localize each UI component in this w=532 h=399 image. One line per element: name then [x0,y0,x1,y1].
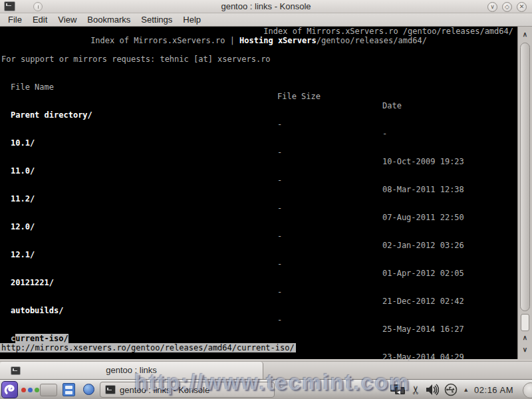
file-size: - [277,231,282,241]
table-row: 11.0/ - 08-Mar-2011 12:38 [0,157,517,166]
link-autobuilds[interactable]: autobuilds/ [11,306,63,315]
menu-help[interactable]: Help [178,14,206,25]
link-parent-directory[interactable]: Parent directory/ [11,110,92,120]
page-title-right: Index of Mirrors.xServers.ro /gentoo/rel… [0,27,517,36]
scroll-up-icon[interactable]: ∧ [518,29,532,40]
page-title-center: Index of Mirrors.xServers.ro | Hosting x… [0,36,517,45]
usb-device-notifier-icon[interactable] [444,383,458,396]
window-controls: ∨ ◇ ✕ [487,2,527,12]
menu-settings[interactable]: Settings [136,14,178,25]
menu-file[interactable]: File [3,14,27,25]
link-12.0[interactable]: 12.0/ [11,222,35,231]
menu-bar: File Edit View Bookmarks Settings Help [0,13,532,27]
link-current-iso[interactable]: current-iso/ [11,334,68,343]
desktop-screen: gentoo : links - Konsole ∨ ◇ ✕ File Edit… [0,0,532,399]
table-row: 10.1/ - 10-Oct-2009 19:23 [0,129,517,138]
page-title-prefix: Index of Mirrors.xServers.ro | [90,36,239,45]
file-size: - [277,176,282,185]
file-size: - [277,287,282,297]
window-titlebar[interactable]: gentoo : links - Konsole ∨ ◇ ✕ [0,0,532,13]
table-row: 12.1/ - 01-Apr-2012 02:05 [0,241,517,250]
taskbar: gentoo : links - Konsole ✂ ▲ 02:16 AM [0,379,532,399]
table-row: autobuilds/ - 25-May-2014 16:27 [0,297,517,306]
menu-view[interactable]: View [53,14,82,25]
tab-label: gentoo : links [0,362,263,379]
file-size: - [277,259,282,269]
file-size: - [277,203,282,213]
listing-header: File Name File Size Date [0,73,517,82]
terminal-view[interactable]: Index of Mirrors.xServers.ro /gentoo/rel… [0,27,517,359]
show-desktop-icon[interactable] [40,384,57,396]
file-listing: Parent directory/ - - 10.1/ - 10-Oct-200… [0,82,517,352]
konsole-tab-icon [11,366,21,375]
blue-dot-icon [28,388,33,392]
page-title-bold: Hosting xServers [239,36,317,45]
clock[interactable]: 02:16 AM [474,385,513,395]
green-dot-icon [35,388,39,392]
tab-bar: gentoo : links [0,361,532,379]
launcher-swoosh-icon [2,382,17,398]
table-row: 11.2/ - 07-Aug-2011 22:50 [0,185,517,194]
taskbar-task-konsole[interactable]: gentoo : links - Konsole [100,382,275,398]
scroll-down-icon[interactable]: ∨ [518,344,532,355]
task-button-label: gentoo : links - Konsole [120,382,209,398]
tray-expand-icon[interactable]: ▲ [463,386,469,393]
scroll-up-icon[interactable]: ∧ [518,332,532,343]
selected-link-text: urrent-iso/ [15,334,68,343]
link-12.1[interactable]: 12.1/ [11,250,35,259]
drawer-slot [65,386,72,389]
blue-ball-launcher-icon[interactable] [83,384,94,395]
table-row-selected: current-iso/ - 23-May-2014 04:29 [0,325,517,334]
link-11.0[interactable]: 11.0/ [11,166,35,176]
close-icon[interactable]: ✕ [517,2,527,12]
display-settings-icon[interactable] [390,384,406,396]
link-20121221[interactable]: 20121221/ [11,278,54,287]
file-size: - [277,120,282,129]
scrollbar[interactable]: ∧ ∧ ∨ [517,27,532,359]
tab-gentoo-links[interactable]: gentoo : links [0,362,263,380]
menu-edit[interactable]: Edit [27,14,53,25]
link-11.2[interactable]: 11.2/ [11,194,35,203]
window-title: gentoo : links - Konsole [0,0,532,13]
status-bar-url: http://mirrors.xservers.ro/gentoo/releas… [0,343,296,352]
page-title-suffix: /gentoo/releases/amd64/ [317,36,427,45]
menu-bookmarks[interactable]: Bookmarks [82,14,136,25]
table-row: 12.0/ - 02-Jan-2012 03:26 [0,213,517,222]
file-size: - [277,315,282,325]
scrollbar-thumb[interactable] [520,43,530,311]
support-line: For support or mirrors requests: tehnic … [1,55,517,64]
file-size: - [277,148,282,157]
table-row: 20121221/ - 21-Dec-2012 02:42 [0,269,517,278]
panel-cashew-icon[interactable] [523,382,532,398]
app-launcher-button[interactable] [1,381,18,398]
drawer-slot [65,391,72,394]
konsole-task-icon [105,385,116,394]
scrollbar-slider[interactable] [521,314,529,331]
table-row: Parent directory/ - - [0,101,517,110]
red-dot-icon [21,388,26,392]
system-tray: ✂ ▲ 02:16 AM [390,380,513,399]
klipper-scissors-icon[interactable]: ✂ [410,385,422,394]
maximize-icon[interactable]: ◇ [502,2,512,12]
volume-icon[interactable] [426,384,439,396]
file-date: 23-May-2014 04:29 [382,352,464,362]
file-manager-icon[interactable] [63,383,75,396]
minimize-icon[interactable]: ∨ [487,2,497,12]
link-10.1[interactable]: 10.1/ [11,138,35,148]
pager-dots-icon[interactable] [21,388,39,392]
